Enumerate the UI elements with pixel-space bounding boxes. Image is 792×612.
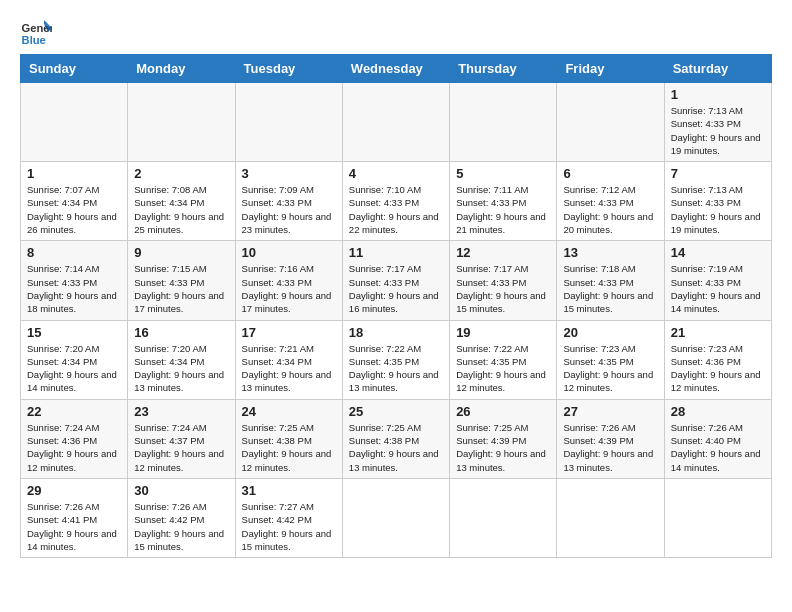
page: General Blue SundayMondayTuesdayWednesda… [0, 0, 792, 568]
day-number: 13 [563, 245, 657, 260]
day-info: Sunrise: 7:25 AMSunset: 4:39 PMDaylight:… [456, 422, 546, 473]
day-info: Sunrise: 7:19 AMSunset: 4:33 PMDaylight:… [671, 263, 761, 314]
header-row: SundayMondayTuesdayWednesdayThursdayFrid… [21, 55, 772, 83]
day-info: Sunrise: 7:21 AMSunset: 4:34 PMDaylight:… [242, 343, 332, 394]
day-number: 6 [563, 166, 657, 181]
day-number: 26 [456, 404, 550, 419]
day-number: 30 [134, 483, 228, 498]
day-info: Sunrise: 7:17 AMSunset: 4:33 PMDaylight:… [349, 263, 439, 314]
day-info: Sunrise: 7:12 AMSunset: 4:33 PMDaylight:… [563, 184, 653, 235]
week-row-6: 29 Sunrise: 7:26 AMSunset: 4:41 PMDaylig… [21, 478, 772, 557]
day-cell: 5 Sunrise: 7:11 AMSunset: 4:33 PMDayligh… [450, 162, 557, 241]
day-cell: 3 Sunrise: 7:09 AMSunset: 4:33 PMDayligh… [235, 162, 342, 241]
day-cell [450, 83, 557, 162]
day-cell: 23 Sunrise: 7:24 AMSunset: 4:37 PMDaylig… [128, 399, 235, 478]
day-cell: 15 Sunrise: 7:20 AMSunset: 4:34 PMDaylig… [21, 320, 128, 399]
day-cell [557, 478, 664, 557]
week-row-4: 15 Sunrise: 7:20 AMSunset: 4:34 PMDaylig… [21, 320, 772, 399]
day-info: Sunrise: 7:13 AMSunset: 4:33 PMDaylight:… [671, 105, 761, 156]
day-info: Sunrise: 7:26 AMSunset: 4:42 PMDaylight:… [134, 501, 224, 552]
day-cell: 2 Sunrise: 7:08 AMSunset: 4:34 PMDayligh… [128, 162, 235, 241]
col-header-monday: Monday [128, 55, 235, 83]
day-number: 12 [456, 245, 550, 260]
day-number: 29 [27, 483, 121, 498]
day-number: 15 [27, 325, 121, 340]
day-cell: 30 Sunrise: 7:26 AMSunset: 4:42 PMDaylig… [128, 478, 235, 557]
day-number: 24 [242, 404, 336, 419]
day-cell: 25 Sunrise: 7:25 AMSunset: 4:38 PMDaylig… [342, 399, 449, 478]
day-cell [557, 83, 664, 162]
day-number: 23 [134, 404, 228, 419]
day-number: 20 [563, 325, 657, 340]
day-cell: 29 Sunrise: 7:26 AMSunset: 4:41 PMDaylig… [21, 478, 128, 557]
day-cell [664, 478, 771, 557]
day-info: Sunrise: 7:23 AMSunset: 4:36 PMDaylight:… [671, 343, 761, 394]
day-cell: 18 Sunrise: 7:22 AMSunset: 4:35 PMDaylig… [342, 320, 449, 399]
day-cell: 1 Sunrise: 7:07 AMSunset: 4:34 PMDayligh… [21, 162, 128, 241]
day-number: 7 [671, 166, 765, 181]
day-info: Sunrise: 7:25 AMSunset: 4:38 PMDaylight:… [242, 422, 332, 473]
day-info: Sunrise: 7:18 AMSunset: 4:33 PMDaylight:… [563, 263, 653, 314]
day-cell: 21 Sunrise: 7:23 AMSunset: 4:36 PMDaylig… [664, 320, 771, 399]
day-info: Sunrise: 7:13 AMSunset: 4:33 PMDaylight:… [671, 184, 761, 235]
day-number: 25 [349, 404, 443, 419]
day-info: Sunrise: 7:26 AMSunset: 4:40 PMDaylight:… [671, 422, 761, 473]
day-info: Sunrise: 7:23 AMSunset: 4:35 PMDaylight:… [563, 343, 653, 394]
day-cell [342, 478, 449, 557]
col-header-sunday: Sunday [21, 55, 128, 83]
day-info: Sunrise: 7:27 AMSunset: 4:42 PMDaylight:… [242, 501, 332, 552]
day-number: 3 [242, 166, 336, 181]
day-info: Sunrise: 7:07 AMSunset: 4:34 PMDaylight:… [27, 184, 117, 235]
week-row-3: 8 Sunrise: 7:14 AMSunset: 4:33 PMDayligh… [21, 241, 772, 320]
day-cell: 31 Sunrise: 7:27 AMSunset: 4:42 PMDaylig… [235, 478, 342, 557]
week-row-1: 1 Sunrise: 7:13 AMSunset: 4:33 PMDayligh… [21, 83, 772, 162]
day-cell: 6 Sunrise: 7:12 AMSunset: 4:33 PMDayligh… [557, 162, 664, 241]
day-number: 18 [349, 325, 443, 340]
day-cell: 14 Sunrise: 7:19 AMSunset: 4:33 PMDaylig… [664, 241, 771, 320]
day-cell: 8 Sunrise: 7:14 AMSunset: 4:33 PMDayligh… [21, 241, 128, 320]
svg-text:Blue: Blue [22, 34, 46, 46]
day-number: 19 [456, 325, 550, 340]
day-number: 9 [134, 245, 228, 260]
day-cell: 1 Sunrise: 7:13 AMSunset: 4:33 PMDayligh… [664, 83, 771, 162]
day-cell: 12 Sunrise: 7:17 AMSunset: 4:33 PMDaylig… [450, 241, 557, 320]
day-info: Sunrise: 7:26 AMSunset: 4:39 PMDaylight:… [563, 422, 653, 473]
logo: General Blue [20, 16, 56, 48]
day-info: Sunrise: 7:24 AMSunset: 4:36 PMDaylight:… [27, 422, 117, 473]
day-number: 10 [242, 245, 336, 260]
day-info: Sunrise: 7:24 AMSunset: 4:37 PMDaylight:… [134, 422, 224, 473]
day-cell [128, 83, 235, 162]
day-info: Sunrise: 7:14 AMSunset: 4:33 PMDaylight:… [27, 263, 117, 314]
day-cell [450, 478, 557, 557]
day-number: 21 [671, 325, 765, 340]
day-cell: 9 Sunrise: 7:15 AMSunset: 4:33 PMDayligh… [128, 241, 235, 320]
col-header-tuesday: Tuesday [235, 55, 342, 83]
day-info: Sunrise: 7:20 AMSunset: 4:34 PMDaylight:… [134, 343, 224, 394]
day-cell: 17 Sunrise: 7:21 AMSunset: 4:34 PMDaylig… [235, 320, 342, 399]
day-info: Sunrise: 7:20 AMSunset: 4:34 PMDaylight:… [27, 343, 117, 394]
day-cell: 4 Sunrise: 7:10 AMSunset: 4:33 PMDayligh… [342, 162, 449, 241]
day-cell [21, 83, 128, 162]
day-info: Sunrise: 7:17 AMSunset: 4:33 PMDaylight:… [456, 263, 546, 314]
day-number: 22 [27, 404, 121, 419]
day-number: 4 [349, 166, 443, 181]
day-number: 11 [349, 245, 443, 260]
day-number: 17 [242, 325, 336, 340]
day-cell: 22 Sunrise: 7:24 AMSunset: 4:36 PMDaylig… [21, 399, 128, 478]
day-number: 16 [134, 325, 228, 340]
day-number: 27 [563, 404, 657, 419]
day-info: Sunrise: 7:22 AMSunset: 4:35 PMDaylight:… [456, 343, 546, 394]
day-info: Sunrise: 7:25 AMSunset: 4:38 PMDaylight:… [349, 422, 439, 473]
day-cell: 20 Sunrise: 7:23 AMSunset: 4:35 PMDaylig… [557, 320, 664, 399]
col-header-friday: Friday [557, 55, 664, 83]
day-cell: 28 Sunrise: 7:26 AMSunset: 4:40 PMDaylig… [664, 399, 771, 478]
col-header-wednesday: Wednesday [342, 55, 449, 83]
day-info: Sunrise: 7:11 AMSunset: 4:33 PMDaylight:… [456, 184, 546, 235]
day-cell: 26 Sunrise: 7:25 AMSunset: 4:39 PMDaylig… [450, 399, 557, 478]
day-number: 8 [27, 245, 121, 260]
day-info: Sunrise: 7:26 AMSunset: 4:41 PMDaylight:… [27, 501, 117, 552]
day-number: 14 [671, 245, 765, 260]
day-number: 1 [27, 166, 121, 181]
day-cell: 24 Sunrise: 7:25 AMSunset: 4:38 PMDaylig… [235, 399, 342, 478]
day-cell: 10 Sunrise: 7:16 AMSunset: 4:33 PMDaylig… [235, 241, 342, 320]
